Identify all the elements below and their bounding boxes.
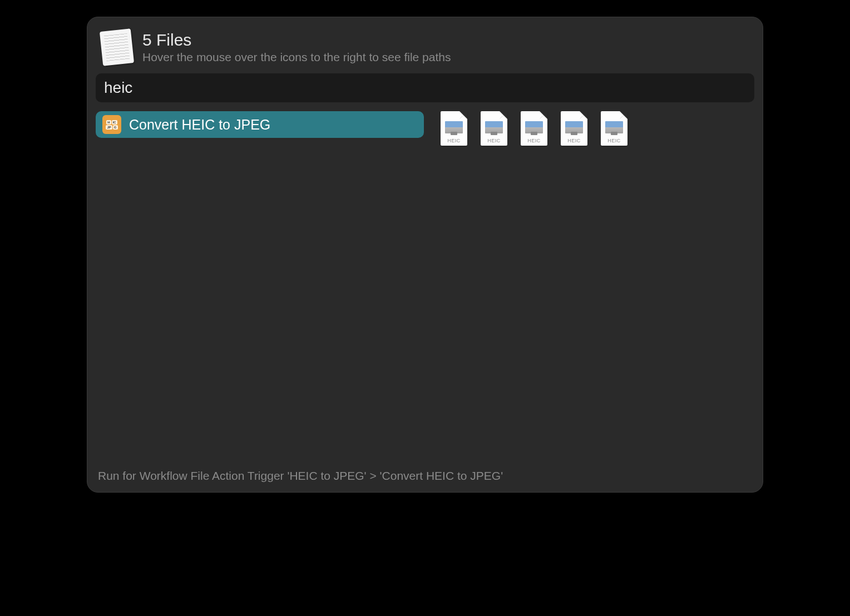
file-type-label: HEIC — [527, 138, 541, 143]
file-preview-icon — [485, 121, 503, 133]
file-heic-icon[interactable]: HEIC — [561, 111, 587, 146]
file-type-label: HEIC — [607, 138, 621, 143]
file-icons-row: HEIC HEIC HEIC HEIC HEIC — [441, 111, 627, 146]
header-title: 5 Files — [142, 31, 451, 49]
spacer — [96, 146, 754, 466]
file-heic-icon[interactable]: HEIC — [481, 111, 507, 146]
file-preview-icon — [445, 121, 463, 133]
file-heic-icon[interactable]: HEIC — [521, 111, 547, 146]
document-icon — [100, 28, 134, 66]
header-text: 5 Files Hover the mouse over the icons t… — [142, 31, 451, 64]
file-heic-icon[interactable]: HEIC — [441, 111, 467, 146]
search-box[interactable] — [96, 73, 754, 102]
header-subtitle: Hover the mouse over the icons to the ri… — [142, 51, 451, 64]
file-preview-icon — [565, 121, 583, 133]
file-type-label: HEIC — [487, 138, 501, 143]
convert-icon: H IC JP G — [102, 115, 121, 134]
file-type-label: HEIC — [567, 138, 581, 143]
file-heic-icon[interactable]: HEIC — [601, 111, 627, 146]
file-type-label: HEIC — [447, 138, 461, 143]
action-convert-heic-jpeg[interactable]: H IC JP G Convert HEIC to JPEG — [96, 111, 424, 138]
header: 5 Files Hover the mouse over the icons t… — [96, 26, 754, 72]
search-input[interactable] — [104, 79, 746, 97]
action-label: Convert HEIC to JPEG — [129, 117, 270, 133]
file-preview-icon — [525, 121, 543, 133]
footer-status: Run for Workflow File Action Trigger 'HE… — [96, 466, 754, 484]
launcher-window: 5 Files Hover the mouse over the icons t… — [87, 17, 763, 493]
content-row: H IC JP G Convert HEIC to JPEG HEIC HEIC — [96, 111, 754, 146]
file-preview-icon — [605, 121, 623, 133]
